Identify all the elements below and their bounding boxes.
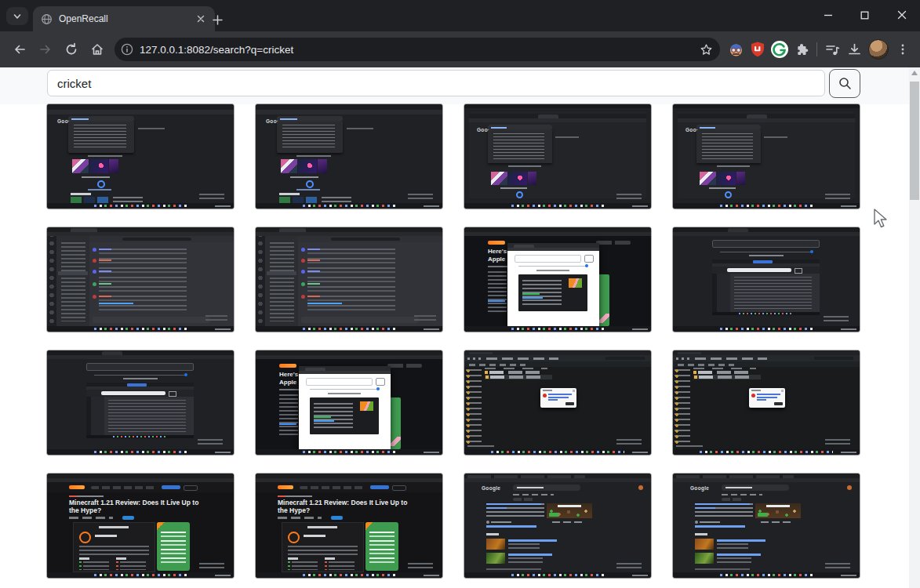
mini-avatar bbox=[93, 270, 96, 274]
thumb-art bbox=[307, 260, 320, 261]
screenshot-result-4[interactable]: Google bbox=[673, 104, 860, 209]
window-controls bbox=[809, 0, 920, 30]
bookmark-star-button[interactable] bbox=[695, 38, 717, 60]
mini-suggestions-dropdown bbox=[488, 130, 552, 163]
screenshot-result-9[interactable] bbox=[47, 350, 234, 455]
thumb-art bbox=[709, 187, 736, 189]
mini-popup-search-field bbox=[306, 378, 373, 386]
screenshot-result-14[interactable]: Minecraft 1.21 Review: Does It Live Up t… bbox=[256, 474, 442, 578]
thumb-art bbox=[161, 532, 186, 566]
mini-watermark bbox=[824, 316, 849, 321]
thumb-art bbox=[569, 278, 582, 288]
mini-channel-sidebar bbox=[56, 236, 89, 326]
tab-search-button[interactable] bbox=[6, 7, 28, 25]
window-close-button[interactable] bbox=[883, 0, 920, 30]
screenshot-result-5[interactable] bbox=[47, 227, 234, 332]
screenshot-result-16[interactable]: Google bbox=[673, 474, 860, 578]
mini-tab-strip bbox=[256, 104, 442, 110]
mini-file-row-selected bbox=[693, 375, 761, 379]
thumb-art bbox=[300, 486, 365, 489]
mini-url-bar bbox=[256, 355, 442, 359]
mini-taskbar bbox=[256, 449, 442, 455]
screenshot-result-11[interactable] bbox=[464, 350, 651, 455]
forward-button[interactable] bbox=[32, 37, 58, 63]
thumb-art bbox=[678, 364, 734, 366]
extension-ublock-origin[interactable] bbox=[747, 38, 769, 60]
downloads-button[interactable] bbox=[843, 38, 865, 60]
profile-avatar[interactable] bbox=[868, 39, 889, 60]
thumb-art bbox=[761, 521, 792, 523]
screenshot-result-8[interactable] bbox=[673, 227, 860, 332]
thumb-art bbox=[307, 270, 320, 272]
thumb-art bbox=[184, 373, 187, 376]
search-icon bbox=[838, 77, 852, 90]
screenshot-result-15[interactable]: Google bbox=[464, 474, 651, 578]
extension-disguise-face[interactable] bbox=[725, 38, 747, 60]
thumb-art bbox=[99, 260, 111, 261]
scrollbar-up-arrow[interactable] bbox=[911, 71, 918, 75]
screenshot-result-10[interactable]: Here's Apple bbox=[256, 350, 442, 455]
window-minimize-button[interactable] bbox=[809, 0, 846, 30]
thumb-art bbox=[307, 249, 320, 250]
tab-close-icon[interactable] bbox=[195, 13, 207, 25]
mini-watermark bbox=[205, 315, 227, 321]
screenshot-result-12[interactable] bbox=[673, 350, 860, 455]
thumb-art bbox=[86, 435, 194, 438]
screenshot-result-13[interactable]: Minecraft 1.21 Review: Does It Live Up t… bbox=[47, 474, 234, 578]
mini-share-button bbox=[122, 516, 134, 520]
mini-screenshot bbox=[712, 260, 820, 315]
mini-cricket-image bbox=[298, 159, 317, 173]
star-icon bbox=[700, 43, 713, 56]
mini-watermark bbox=[199, 563, 224, 568]
thumb-art bbox=[596, 241, 631, 245]
mini-white-search-bar bbox=[101, 391, 165, 395]
search-button[interactable] bbox=[829, 69, 860, 98]
mini-watermark bbox=[616, 563, 642, 568]
thumb-art bbox=[552, 521, 584, 523]
mini-headline: Minecraft 1.21 Review: Does It Live Up t… bbox=[69, 499, 198, 506]
thumb-art bbox=[543, 390, 552, 391]
reload-button[interactable] bbox=[58, 37, 84, 63]
thumb-art bbox=[270, 242, 294, 321]
mini-cricket-image bbox=[700, 172, 716, 185]
thumb-art bbox=[695, 507, 715, 509]
browser-tab-openrecall[interactable]: OpenRecall bbox=[33, 6, 215, 31]
thumb-art bbox=[104, 397, 194, 435]
home-button[interactable] bbox=[84, 37, 110, 63]
thumb-art bbox=[810, 250, 813, 253]
new-tab-button[interactable] bbox=[207, 9, 227, 30]
browser-menu-button[interactable] bbox=[892, 38, 914, 60]
thumb-art bbox=[536, 270, 569, 271]
screenshot-result-2[interactable]: Google bbox=[256, 104, 442, 209]
toolbar-separator bbox=[816, 42, 817, 56]
site-info-icon[interactable] bbox=[121, 43, 133, 56]
screenshot-result-3[interactable]: Google bbox=[464, 104, 651, 209]
back-button[interactable] bbox=[6, 37, 32, 63]
mini-review-panel bbox=[73, 522, 155, 572]
extensions-puzzle-button[interactable] bbox=[791, 38, 813, 60]
mini-watermark bbox=[616, 439, 642, 445]
thumb-art bbox=[82, 176, 110, 178]
mini-error-dialog bbox=[540, 388, 576, 408]
search-input[interactable] bbox=[47, 70, 825, 96]
mini-site-logo bbox=[278, 485, 293, 489]
media-controls-button[interactable] bbox=[821, 38, 843, 60]
mini-videos-label bbox=[695, 533, 707, 535]
extension-grammarly[interactable] bbox=[769, 38, 791, 60]
page-scrollbar[interactable] bbox=[909, 67, 920, 588]
scrollbar-thumb[interactable] bbox=[910, 82, 919, 200]
plus-icon bbox=[213, 15, 223, 25]
mini-profile-dot bbox=[847, 485, 852, 490]
screenshot-result-7[interactable]: Here's Apple bbox=[464, 227, 651, 332]
mini-nav-cta bbox=[370, 485, 389, 489]
mini-review-panel bbox=[282, 522, 364, 572]
mini-score-ring bbox=[79, 532, 91, 543]
address-bar[interactable]: 127.0.0.1:8082/search?q=cricket bbox=[115, 38, 720, 61]
screenshot-result-1[interactable]: Google bbox=[47, 104, 234, 209]
mini-url-bar bbox=[256, 110, 442, 114]
screenshot-result-6[interactable] bbox=[256, 227, 442, 332]
window-maximize-button[interactable] bbox=[846, 0, 883, 30]
mini-file-row bbox=[485, 371, 546, 374]
thumb-art bbox=[522, 297, 543, 299]
mini-video-thumb bbox=[486, 539, 505, 550]
